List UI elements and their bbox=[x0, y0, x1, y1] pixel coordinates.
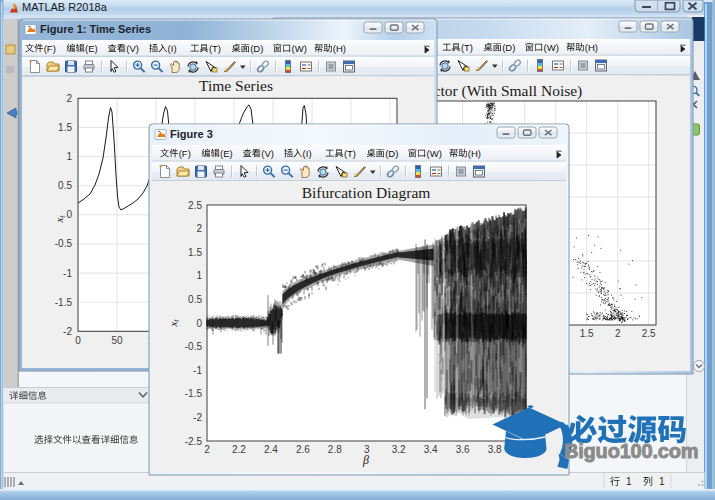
svg-text:2.4: 2.4 bbox=[264, 444, 278, 455]
svg-text:2: 2 bbox=[196, 223, 202, 234]
svg-text:(T): (T) bbox=[461, 42, 473, 53]
svg-text:0.5: 0.5 bbox=[58, 180, 72, 191]
svg-text:1.5: 1.5 bbox=[58, 122, 72, 133]
svg-text:1.5: 1.5 bbox=[580, 328, 594, 339]
svg-text:-1: -1 bbox=[63, 268, 72, 279]
svg-text:Figure 1: Time Series: Figure 1: Time Series bbox=[40, 23, 151, 35]
svg-text:1: 1 bbox=[196, 270, 202, 281]
svg-text:2.2: 2.2 bbox=[232, 444, 246, 455]
svg-text:(H): (H) bbox=[585, 42, 598, 53]
svg-text:2: 2 bbox=[615, 328, 621, 339]
svg-text:3.2: 3.2 bbox=[392, 444, 406, 455]
svg-text:1: 1 bbox=[626, 476, 632, 487]
svg-text:(V): (V) bbox=[261, 148, 274, 159]
svg-text:(I): (I) bbox=[303, 148, 312, 159]
svg-text:Time Series: Time Series bbox=[199, 77, 273, 94]
svg-text:0.5: 0.5 bbox=[188, 294, 202, 305]
svg-text:(V): (V) bbox=[126, 43, 139, 54]
svg-text:1: 1 bbox=[66, 151, 72, 162]
svg-text:(T): (T) bbox=[209, 43, 221, 54]
svg-text:-2: -2 bbox=[63, 326, 72, 337]
svg-text:(W): (W) bbox=[427, 148, 442, 159]
svg-text:-2: -2 bbox=[193, 412, 202, 423]
svg-text:-2.5: -2.5 bbox=[185, 436, 203, 447]
svg-text:(W): (W) bbox=[292, 43, 307, 54]
svg-text:(F): (F) bbox=[44, 43, 56, 54]
svg-text:(D): (D) bbox=[385, 148, 398, 159]
svg-text:-0.5: -0.5 bbox=[55, 238, 73, 249]
svg-text:Figure 3: Figure 3 bbox=[170, 128, 213, 140]
svg-text:β: β bbox=[362, 453, 369, 467]
svg-text:0: 0 bbox=[75, 335, 81, 346]
svg-text:2.8: 2.8 bbox=[328, 444, 342, 455]
svg-text:(I): (I) bbox=[168, 43, 177, 54]
svg-text:(D): (D) bbox=[250, 43, 263, 54]
svg-text:(F): (F) bbox=[179, 148, 191, 159]
svg-text:2: 2 bbox=[66, 93, 72, 104]
svg-text:-0.5: -0.5 bbox=[185, 341, 203, 352]
svg-text:-1.5: -1.5 bbox=[185, 388, 203, 399]
svg-text:Biguo100.com: Biguo100.com bbox=[564, 440, 698, 462]
svg-text:-1: -1 bbox=[193, 365, 202, 376]
svg-text:2.6: 2.6 bbox=[296, 444, 310, 455]
svg-text:2.5: 2.5 bbox=[188, 200, 202, 211]
svg-text:(E): (E) bbox=[85, 43, 98, 54]
svg-text:(H): (H) bbox=[468, 148, 481, 159]
svg-text:MATLAB R2018a: MATLAB R2018a bbox=[22, 1, 108, 13]
svg-text:1.5: 1.5 bbox=[188, 247, 202, 258]
svg-text:0: 0 bbox=[66, 209, 72, 220]
svg-text:3.6: 3.6 bbox=[456, 444, 470, 455]
svg-text:3.4: 3.4 bbox=[424, 444, 438, 455]
svg-text:3.8: 3.8 bbox=[488, 444, 502, 455]
svg-text:50: 50 bbox=[111, 335, 123, 346]
svg-text:1: 1 bbox=[659, 476, 665, 487]
svg-text:(W): (W) bbox=[544, 42, 559, 53]
svg-text:Bifurcation Diagram: Bifurcation Diagram bbox=[302, 184, 431, 201]
svg-text:(D): (D) bbox=[502, 42, 515, 53]
svg-text:(E): (E) bbox=[220, 148, 233, 159]
svg-text:(T): (T) bbox=[344, 148, 356, 159]
svg-text:(H): (H) bbox=[333, 43, 346, 54]
svg-text:2: 2 bbox=[204, 444, 210, 455]
svg-text:2.5: 2.5 bbox=[642, 328, 656, 339]
svg-text:0: 0 bbox=[196, 318, 202, 329]
svg-text:-1.5: -1.5 bbox=[55, 297, 73, 308]
